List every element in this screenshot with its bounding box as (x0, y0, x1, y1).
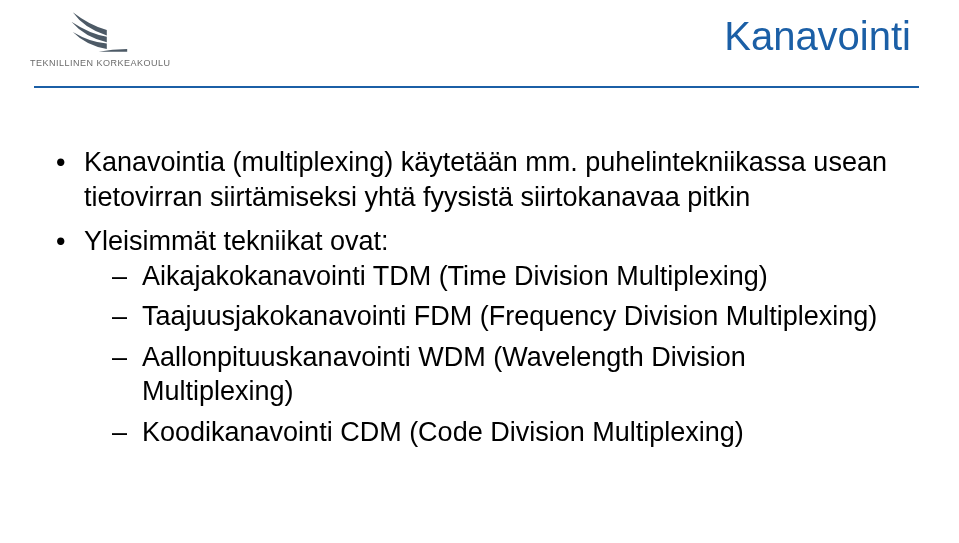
title-rule (34, 86, 919, 88)
slide-header: TEKNILLINEN KORKEAKOULU Kanavointi (0, 0, 959, 100)
bullet-item: Yleisimmät tekniikat ovat: Aikajakokanav… (56, 224, 899, 449)
sub-bullet-item: Taajuusjakokanavointi FDM (Frequency Div… (112, 299, 899, 334)
sub-bullet-item: Koodikanavointi CDM (Code Division Multi… (112, 415, 899, 450)
sub-bullet-text: Koodikanavointi CDM (Code Division Multi… (142, 417, 744, 447)
institution-name: TEKNILLINEN KORKEAKOULU (30, 58, 171, 68)
sub-bullet-item: Aikajakokanavointi TDM (Time Division Mu… (112, 259, 899, 294)
sub-bullet-text: Taajuusjakokanavointi FDM (Frequency Div… (142, 301, 877, 331)
bullet-item: Kanavointia (multiplexing) käytetään mm.… (56, 145, 899, 214)
bullet-text: Yleisimmät tekniikat ovat: (84, 226, 389, 256)
slide-body: Kanavointia (multiplexing) käytetään mm.… (56, 145, 899, 459)
sub-bullet-text: Aikajakokanavointi TDM (Time Division Mu… (142, 261, 768, 291)
wing-icon (66, 8, 134, 56)
sub-bullet-item: Aallonpituuskanavointi WDM (Wavelength D… (112, 340, 899, 409)
sub-bullet-text: Aallonpituuskanavointi WDM (Wavelength D… (142, 342, 746, 407)
slide-title: Kanavointi (724, 14, 911, 59)
institution-logo: TEKNILLINEN KORKEAKOULU (30, 8, 171, 68)
bullet-text: Kanavointia (multiplexing) käytetään mm.… (84, 147, 887, 212)
